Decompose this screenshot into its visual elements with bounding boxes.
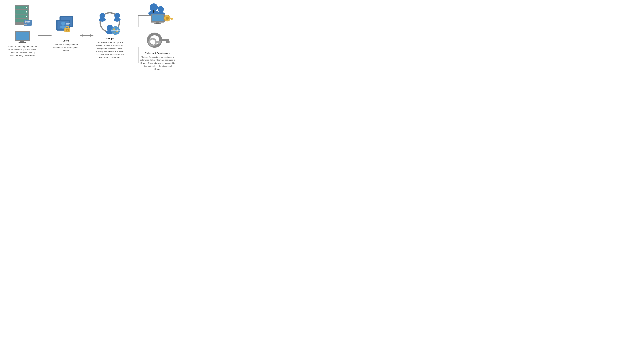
svg-rect-62 bbox=[170, 18, 173, 19]
monitor-icon-wrapper bbox=[14, 30, 31, 43]
col-sources: Users can be integrated from an external… bbox=[7, 3, 38, 57]
platform-permissions-icon bbox=[142, 3, 173, 27]
svg-rect-67 bbox=[159, 39, 169, 41]
svg-point-48 bbox=[113, 28, 115, 30]
svg-rect-31 bbox=[66, 24, 69, 25]
svg-rect-57 bbox=[152, 14, 164, 21]
sources-caption: Users can be integrated from an external… bbox=[7, 45, 38, 57]
svg-point-49 bbox=[116, 31, 118, 32]
roles-permissions-section: Roles and Permissions Platform Permissio… bbox=[140, 32, 176, 70]
platform-permissions-section bbox=[142, 3, 173, 27]
svg-point-10 bbox=[26, 15, 27, 17]
svg-rect-63 bbox=[172, 19, 173, 20]
svg-point-40 bbox=[114, 18, 120, 22]
server-rack-icon bbox=[13, 3, 32, 28]
svg-rect-30 bbox=[66, 23, 70, 24]
svg-point-23 bbox=[25, 42, 26, 43]
svg-point-39 bbox=[114, 13, 120, 18]
svg-rect-73 bbox=[158, 43, 160, 44]
svg-rect-64 bbox=[171, 19, 172, 20]
diagram-container: Users can be integrated from an external… bbox=[0, 0, 186, 105]
svg-point-8 bbox=[26, 11, 27, 12]
col-roles: Roles and Permissions Platform Permissio… bbox=[140, 3, 176, 70]
svg-rect-15 bbox=[27, 21, 30, 22]
svg-point-37 bbox=[100, 13, 105, 18]
col-groups: Groups Global enterprise Groups are crea… bbox=[94, 9, 126, 59]
svg-point-54 bbox=[158, 6, 164, 12]
col-users: Users User data is encrypted and secured… bbox=[52, 15, 80, 52]
svg-point-29 bbox=[60, 25, 66, 28]
svg-rect-35 bbox=[67, 30, 68, 31]
svg-point-50 bbox=[114, 32, 115, 32]
svg-rect-68 bbox=[166, 41, 168, 43]
svg-point-22 bbox=[19, 42, 20, 43]
monitor-icon bbox=[14, 30, 31, 43]
svg-point-38 bbox=[99, 18, 106, 22]
roles-caption: Roles and Permissions Platform Permissio… bbox=[140, 51, 176, 70]
svg-point-71 bbox=[151, 40, 154, 44]
svg-point-6 bbox=[26, 7, 27, 8]
svg-point-14 bbox=[25, 20, 27, 23]
svg-rect-69 bbox=[168, 41, 170, 43]
svg-rect-72 bbox=[155, 41, 161, 43]
svg-rect-59 bbox=[154, 23, 161, 24]
svg-rect-19 bbox=[16, 32, 29, 40]
svg-rect-16 bbox=[27, 22, 30, 22]
svg-point-28 bbox=[61, 22, 65, 25]
svg-point-61 bbox=[166, 17, 169, 20]
users-caption: Users User data is encrypted and secured… bbox=[52, 39, 80, 52]
svg-point-17 bbox=[24, 24, 27, 25]
users-icon bbox=[55, 15, 76, 38]
diagram-inner: Users can be integrated from an external… bbox=[4, 3, 182, 102]
groups-caption: Groups Global enterprise Groups are crea… bbox=[94, 37, 126, 59]
roles-permissions-icon bbox=[144, 32, 171, 50]
groups-icon bbox=[96, 9, 124, 35]
